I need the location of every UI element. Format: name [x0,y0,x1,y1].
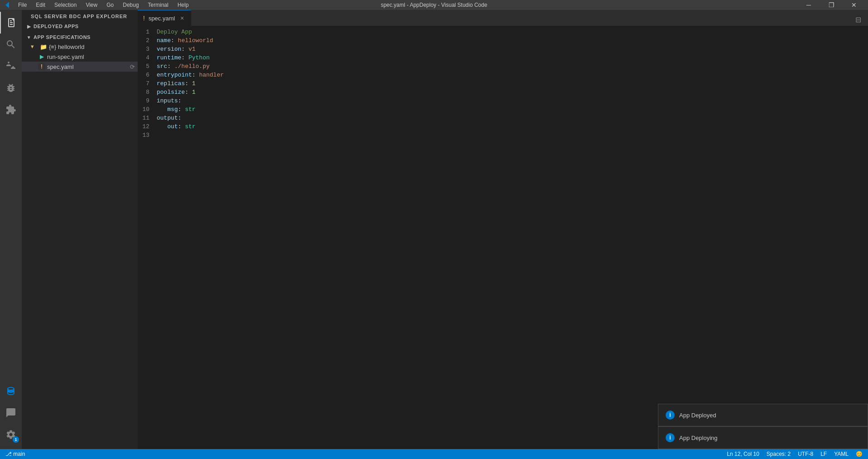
line-content-8: poolsize: 1 [157,88,868,97]
explorer-activity-icon[interactable] [0,12,22,34]
menu-bar: File Edit Selection View Go Debug Termin… [14,1,192,9]
code-line-2: 2 name: helloworld [138,36,868,45]
code-line-7: 7 replicas: 1 [138,79,868,88]
code-line-11: 11 output: [138,114,868,122]
split-editor-button[interactable]: ⊟ [852,13,864,26]
line-content-11: output: [157,114,868,122]
database-activity-icon[interactable] [0,380,22,402]
run-yaml-icon: ▶ [38,53,45,60]
code-editor[interactable]: 1 Deploy App 2 name: helloworld 3 versio… [138,26,868,449]
line-num-3: 3 [138,45,157,53]
tab-bar: ! spec.yaml × ⊟ [138,10,868,26]
spaces-status[interactable]: Spaces: 2 [765,449,792,459]
line-num-9: 9 [138,97,157,105]
line-content-2: name: helloworld [157,36,868,45]
app-specifications-section: ▼ APP SPECIFICATIONS ▾ 📁 {≡} helloworld … [22,32,138,72]
line-content-5: src: ./hello.py [157,62,868,71]
menu-edit[interactable]: Edit [32,1,49,9]
app-spec-label: APP SPECIFICATIONS [34,34,91,40]
code-line-4: 4 runtime: Python [138,53,868,62]
deployed-apps-header[interactable]: ▶ DEPLOYED APPS [22,22,138,31]
debug-icon [5,82,16,93]
spec-yaml-tab[interactable]: ! spec.yaml × [138,10,191,26]
menu-file[interactable]: File [14,1,30,9]
app-icon [4,1,11,9]
files-icon [6,17,17,28]
app-specifications-header[interactable]: ▼ APP SPECIFICATIONS [22,33,138,42]
folder-open-icon: ▾ [31,43,38,50]
activity-bar-bottom: 1 [0,380,22,449]
helloworld-label: {≡} helloworld [49,43,84,50]
folder-icon-visual: 📁 [40,43,47,50]
feedback-status[interactable]: 😊 [854,449,864,459]
code-line-13: 13 [138,131,868,140]
line-num-12: 12 [138,122,157,131]
code-line-3: 3 version: v1 [138,45,868,53]
settings-activity-icon[interactable]: 1 [0,424,22,445]
spec-label: spec.yaml [47,63,74,70]
code-line-1: 1 Deploy App [138,28,868,36]
code-line-10: 10 msg: str [138,105,868,114]
settings-badge: 1 [13,436,19,443]
spaces-text: Spaces: 2 [767,451,791,457]
tab-label: spec.yaml [149,15,175,22]
encoding-text: UTF-8 [798,451,813,457]
line-content-10: msg: str [157,105,868,114]
line-num-11: 11 [138,114,157,122]
minimize-button[interactable]: ─ [798,0,819,10]
editor-actions: ⊟ [852,13,868,26]
menu-debug[interactable]: Debug [119,1,142,9]
app-deploying-notification: i App Deploying [658,426,868,449]
helloworld-folder-item[interactable]: ▾ 📁 {≡} helloworld [22,42,138,52]
spec-file-actions: ⟳ [129,63,136,70]
app-deployed-icon: i [666,411,675,420]
app-deployed-text: App Deployed [679,412,716,419]
database-icon [5,386,16,396]
extensions-activity-icon[interactable] [0,99,22,121]
code-line-9: 9 inputs: [138,97,868,105]
close-button[interactable]: ✕ [844,0,864,10]
git-branch-text: ⎇ main [5,451,25,457]
menu-view[interactable]: View [82,1,101,9]
eol-status[interactable]: LF [819,449,829,459]
app-spec-chevron: ▼ [25,34,33,41]
language-status[interactable]: YAML [832,449,850,459]
line-num-13: 13 [138,131,157,140]
app-deploying-icon: i [666,433,675,442]
extensions-icon [5,104,16,115]
menu-help[interactable]: Help [174,1,192,9]
line-num-1: 1 [138,28,157,36]
sync-icon: ⟳ [129,63,136,70]
run-spec-label: run-spec.yaml [47,53,84,60]
app-deploying-text: App Deploying [679,435,718,441]
code-line-6: 6 entrypoint: handler [138,71,868,79]
restore-button[interactable]: ❐ [821,0,842,10]
tab-dirty-indicator: ! [143,14,145,22]
line-content-12: out: str [157,122,868,131]
line-num-8: 8 [138,88,157,97]
menu-selection[interactable]: Selection [51,1,80,9]
run-spec-file-item[interactable]: ▶ run-spec.yaml [22,52,138,62]
debug-activity-icon[interactable] [0,77,22,99]
line-content-13 [157,131,868,140]
git-branch-status[interactable]: ⎇ main [4,449,27,459]
deployed-apps-chevron: ▶ [25,23,33,30]
app-deployed-notification: i App Deployed [658,404,868,426]
source-control-activity-icon[interactable] [0,55,22,77]
tab-close-button[interactable]: × [177,14,187,23]
title-bar: File Edit Selection View Go Debug Termin… [0,0,868,10]
menu-go[interactable]: Go [103,1,117,9]
menu-terminal[interactable]: Terminal [144,1,172,9]
feedback-activity-icon[interactable] [0,402,22,424]
spec-file-item[interactable]: ! spec.yaml ⟳ [22,62,138,72]
line-num-2: 2 [138,36,157,45]
encoding-status[interactable]: UTF-8 [796,449,815,459]
language-text: YAML [834,451,849,457]
line-num-5: 5 [138,62,157,71]
sidebar: SQL Server BDC App Explorer ▶ DEPLOYED A… [22,10,138,449]
line-content-7: replicas: 1 [157,79,868,88]
line-num-4: 4 [138,53,157,62]
line-col-status[interactable]: Ln 12, Col 10 [725,449,761,459]
search-activity-icon[interactable] [0,34,22,55]
source-control-icon [5,61,16,72]
